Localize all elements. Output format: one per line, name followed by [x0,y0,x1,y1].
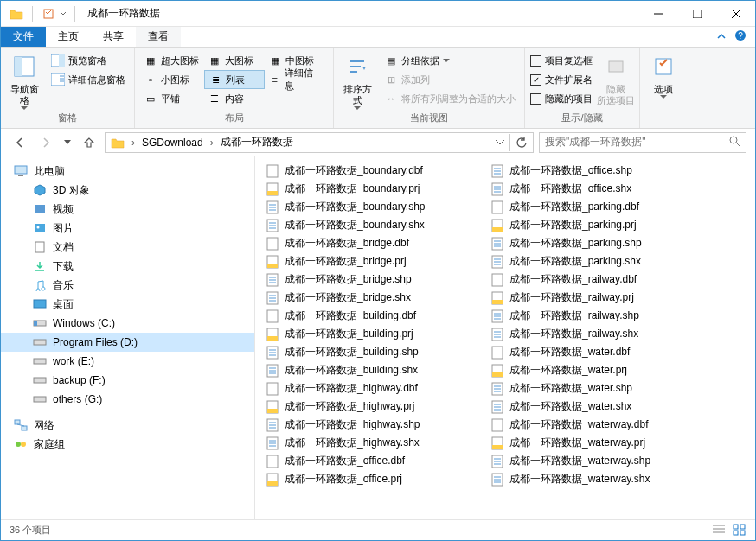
navigation-pane[interactable]: 此电脑 3D 对象 视频 图片 文档 下载 音乐 桌面 Windows (C:)… [1,156,255,519]
file-item[interactable]: 成都一环路数据_building.prj [262,325,487,343]
file-icon [490,164,504,178]
view-small-button[interactable]: ▫小图标 [140,70,204,89]
tree-documents[interactable]: 文档 [1,238,254,257]
file-item[interactable]: 成都一环路数据_building.shp [262,343,487,361]
file-item[interactable]: 成都一环路数据_water.shp [487,379,712,398]
tab-share[interactable]: 共享 [91,27,136,47]
file-item[interactable]: 成都一环路数据_bridge.prj [262,252,487,270]
svg-rect-29 [34,300,46,308]
refresh-button[interactable] [512,132,531,153]
file-item[interactable]: 成都一环路数据_water.shx [487,398,712,416]
file-item[interactable]: 成都一环路数据_boundary.shp [262,198,487,216]
qat-dropdown-icon[interactable] [59,5,67,22]
breadcrumb-seg[interactable]: SGDownload [138,133,207,152]
file-item[interactable]: 成都一环路数据_bridge.shx [262,289,487,307]
file-item[interactable]: 成都一环路数据_parking.shx [487,252,712,270]
file-item[interactable]: 成都一环路数据_bridge.dbf [262,234,487,252]
back-button[interactable] [10,132,30,153]
tree-network[interactable]: 网络 [1,416,254,435]
file-item[interactable]: 成都一环路数据_parking.prj [487,216,712,234]
tree-homegroup[interactable]: 家庭组 [1,435,254,454]
tree-music[interactable]: 音乐 [1,276,254,295]
preview-pane-button[interactable]: 预览窗格 [48,51,129,70]
tree-g-drive[interactable]: others (G:) [1,390,254,409]
file-item[interactable]: 成都一环路数据_waterway.prj [487,434,712,452]
thumbnails-view-icon[interactable] [733,524,746,538]
file-item[interactable]: 成都一环路数据_bridge.shp [262,270,487,289]
file-item[interactable]: 成都一环路数据_waterway.shx [487,470,712,488]
file-item[interactable]: 成都一环路数据_highway.dbf [262,379,487,398]
file-list[interactable]: 成都一环路数据_boundary.dbf成都一环路数据_boundary.prj… [255,156,755,519]
tree-this-pc[interactable]: 此电脑 [1,162,254,181]
file-item[interactable]: 成都一环路数据_boundary.prj [262,180,487,198]
search-input[interactable]: 搜索"成都一环路数据" [539,132,746,153]
tree-videos[interactable]: 视频 [1,200,254,219]
file-item[interactable]: 成都一环路数据_building.dbf [262,307,487,325]
file-item[interactable]: 成都一环路数据_water.prj [487,361,712,379]
file-item[interactable]: 成都一环路数据_office.dbf [262,452,487,470]
details-view-icon[interactable] [712,524,726,538]
file-item[interactable]: 成都一环路数据_waterway.shp [487,452,712,470]
file-item[interactable]: 成都一环路数据_building.shx [262,361,487,379]
view-list-button[interactable]: ≣列表 [204,70,265,89]
properties-icon[interactable] [40,5,57,22]
ribbon: 导航窗格 预览窗格 详细信息窗格 窗格 ▦超大图标 ▦大图标 ▦中图标 ▫小图标… [1,48,755,129]
help-icon[interactable]: ? [734,29,746,44]
tree-e-drive[interactable]: work (E:) [1,352,254,371]
file-item[interactable]: 成都一环路数据_parking.dbf [487,198,712,216]
file-item[interactable]: 成都一环路数据_railway.shx [487,325,712,343]
tree-3d-objects[interactable]: 3D 对象 [1,181,254,200]
file-item[interactable]: 成都一环路数据_highway.shx [262,434,487,452]
file-item[interactable]: 成都一环路数据_office.prj [262,470,487,488]
tree-f-drive[interactable]: backup (F:) [1,371,254,390]
sort-by-button[interactable]: 排序方式 [339,51,375,110]
file-item[interactable]: 成都一环路数据_office.shx [487,180,712,198]
close-button[interactable] [716,1,755,27]
breadcrumb[interactable]: › SGDownload › 成都一环路数据 [105,132,534,153]
group-by-button[interactable]: ▤分组依据 [381,51,519,70]
tree-desktop[interactable]: 桌面 [1,295,254,314]
tree-c-drive[interactable]: Windows (C:) [1,314,254,333]
details-pane-button[interactable]: 详细信息窗格 [48,70,129,89]
forward-button[interactable] [35,132,56,153]
chevron-right-icon[interactable]: › [130,137,137,149]
tab-file[interactable]: 文件 [1,27,46,47]
file-item[interactable]: 成都一环路数据_parking.shp [487,234,712,252]
file-item[interactable]: 成都一环路数据_office.shp [487,162,712,180]
file-item[interactable]: 成都一环路数据_railway.dbf [487,270,712,289]
view-large-button[interactable]: ▦大图标 [204,51,265,70]
file-item[interactable]: 成都一环路数据_railway.shp [487,307,712,325]
tree-d-drive[interactable]: Program Files (D:) [1,333,254,352]
options-button[interactable]: 选项 [645,51,682,99]
tab-home[interactable]: 主页 [46,27,91,47]
up-button[interactable] [79,132,99,153]
details-pane-icon [51,73,65,86]
view-details-button[interactable]: ≡详细信息 [265,70,325,89]
tree-pictures[interactable]: 图片 [1,219,254,238]
file-item[interactable]: 成都一环路数据_railway.prj [487,289,712,307]
svg-rect-25 [35,224,45,232]
file-item[interactable]: 成都一环路数据_waterway.dbf [487,416,712,434]
file-item[interactable]: 成都一环路数据_boundary.shx [262,216,487,234]
file-item[interactable]: 成都一环路数据_highway.shp [262,416,487,434]
navigation-pane-button[interactable]: 导航窗格 [6,51,42,110]
file-item[interactable]: 成都一环路数据_boundary.dbf [262,162,487,180]
address-dropdown-icon[interactable] [492,132,508,153]
hidden-items-toggle[interactable]: 隐藏的项目 [530,89,593,108]
maximize-button[interactable] [677,1,716,27]
file-item[interactable]: 成都一环路数据_water.dbf [487,343,712,361]
tab-view[interactable]: 查看 [136,27,181,47]
recent-locations-button[interactable] [61,132,74,153]
minimize-button[interactable] [638,1,677,27]
view-extra-large-button[interactable]: ▦超大图标 [140,51,204,70]
file-item[interactable]: 成都一环路数据_highway.prj [262,398,487,416]
tree-downloads[interactable]: 下载 [1,257,254,276]
view-tiles-button[interactable]: ▭平铺 [140,89,204,108]
file-icon [266,237,279,251]
breadcrumb-seg[interactable]: 成都一环路数据 [217,133,297,152]
collapse-ribbon-icon[interactable] [717,31,726,43]
view-content-button[interactable]: ☰内容 [204,89,265,108]
file-ext-toggle[interactable]: ✓文件扩展名 [530,70,593,89]
chevron-right-icon[interactable]: › [208,137,215,149]
item-checkboxes-toggle[interactable]: 项目复选框 [530,51,593,70]
